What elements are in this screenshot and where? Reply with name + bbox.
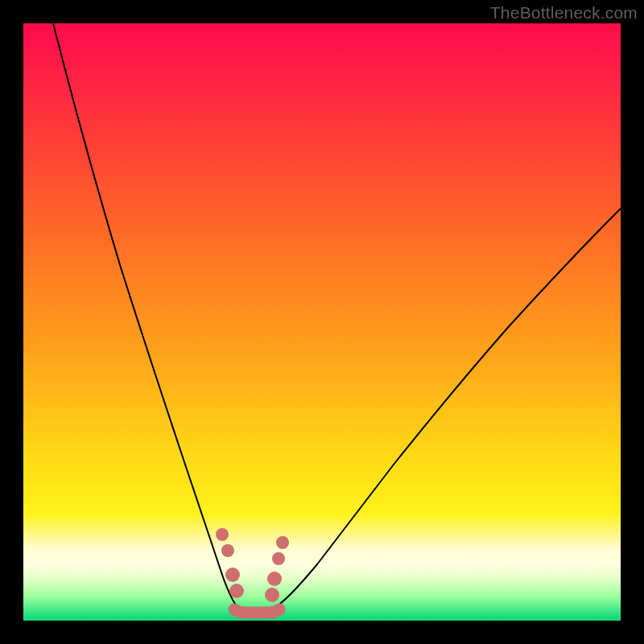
- curve-markers: [216, 528, 289, 602]
- watermark-text: TheBottleneck.com: [490, 3, 638, 23]
- marker-dot: [265, 588, 279, 602]
- marker-dot: [276, 536, 289, 549]
- marker-dot: [229, 584, 244, 598]
- marker-dot: [221, 544, 234, 557]
- chart-frame: TheBottleneck.com: [0, 0, 644, 644]
- marker-dot: [216, 528, 229, 541]
- marker-dot: [272, 552, 285, 565]
- curve-layer: [23, 23, 621, 621]
- marker-dot: [225, 568, 240, 582]
- right-curve: [270, 208, 621, 611]
- left-curve: [53, 23, 246, 611]
- valley-segment: [234, 609, 279, 613]
- marker-dot: [267, 572, 282, 586]
- plot-area: [23, 23, 621, 621]
